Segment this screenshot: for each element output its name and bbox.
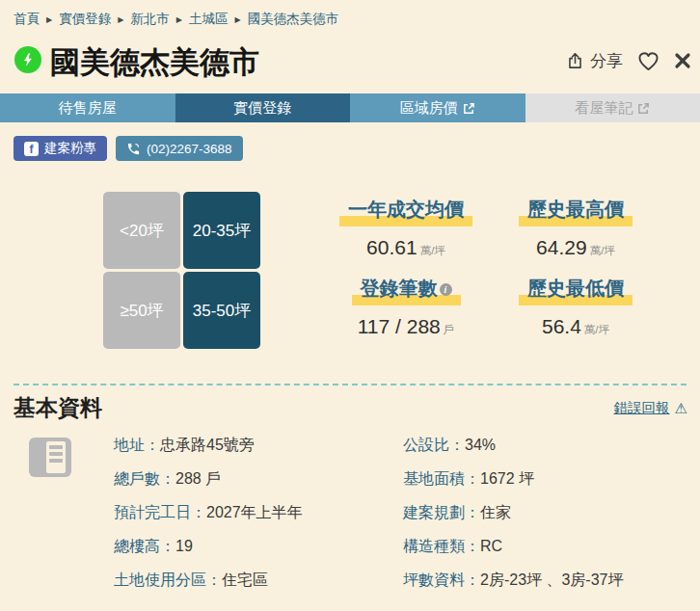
facebook-page-button[interactable]: f 建案粉專 xyxy=(13,136,107,161)
basic-info-right-column: 公設比：34% 基地面積：1672 坪 建案規劃：住家 構造種類：RC 坪數資料… xyxy=(403,432,624,600)
stat-unit: 萬/坪 xyxy=(590,245,615,256)
stat-unit: 萬/坪 xyxy=(584,324,609,335)
title-actions: 分享 xyxy=(566,48,691,73)
size-tile-over50[interactable]: ≥50坪 xyxy=(103,272,180,349)
close-button[interactable] xyxy=(674,52,691,69)
page-title: 國美德杰美德市 xyxy=(50,42,259,83)
stat-value: 117 / 288 xyxy=(358,315,441,337)
tab-price-registry[interactable]: 實價登錄 xyxy=(175,93,351,122)
field-total-floors: 總樓高：19 xyxy=(114,533,303,567)
stat-unit: 萬/坪 xyxy=(420,245,445,256)
stat-historical-low: 歷史最低價 56.4萬/坪 xyxy=(491,271,660,350)
share-label: 分享 xyxy=(590,50,623,72)
info-icon[interactable]: i xyxy=(440,283,452,296)
breadcrumb-link-city[interactable]: 新北市 xyxy=(130,11,170,28)
stat-value: 60.61 xyxy=(366,236,417,258)
stat-registered-count: 登錄筆數i 117 / 288戶 xyxy=(321,271,491,350)
size-range-grid: <20坪 20-35坪 ≥50坪 35-50坪 xyxy=(103,192,260,349)
tab-area-prices[interactable]: 區域房價 xyxy=(350,93,525,122)
field-address: 地址：忠承路45號旁 xyxy=(114,432,303,465)
heart-icon xyxy=(637,51,660,71)
external-link-icon xyxy=(463,102,475,115)
field-public-ratio: 公設比：34% xyxy=(403,432,624,465)
breadcrumb-arrow-icon: ▶ xyxy=(234,15,240,24)
lightning-icon xyxy=(14,46,41,73)
breadcrumb-current[interactable]: 國美德杰美德市 xyxy=(248,11,339,28)
stat-unit: 戶 xyxy=(444,324,455,335)
favorite-button[interactable] xyxy=(637,51,660,71)
price-stats: 一年成交均價 60.61萬/坪 歷史最高價 64.29萬/坪 登錄筆數i 117… xyxy=(321,192,660,350)
breadcrumb-arrow-icon: ▶ xyxy=(176,15,182,24)
stat-one-year-average: 一年成交均價 60.61萬/坪 xyxy=(321,192,491,271)
stat-historical-high: 歷史最高價 64.29萬/坪 xyxy=(491,192,660,271)
section-divider xyxy=(13,384,687,385)
field-project-plan: 建案規劃：住家 xyxy=(403,499,624,533)
field-completion-date: 預計完工日：2027年上半年 xyxy=(114,499,303,533)
share-icon xyxy=(566,51,584,70)
breadcrumb: 首頁 ▶ 實價登錄 ▶ 新北市 ▶ 土城區 ▶ 國美德杰美德市 xyxy=(13,11,338,28)
phone-button[interactable]: (02)2267-3688 xyxy=(116,136,243,161)
warning-icon: ⚠ xyxy=(675,400,687,417)
stat-value: 64.29 xyxy=(536,236,587,258)
share-button[interactable]: 分享 xyxy=(566,50,623,72)
breadcrumb-link-home[interactable]: 首頁 xyxy=(13,11,40,28)
field-structure-type: 構造種類：RC xyxy=(403,533,624,567)
field-unit-sizes: 坪數資料：2房-23坪 、3房-37坪 xyxy=(403,567,624,600)
basic-info-left-column: 地址：忠承路45號旁 總戶數：288 戶 預計完工日：2027年上半年 總樓高：… xyxy=(114,432,303,600)
breadcrumb-arrow-icon: ▶ xyxy=(118,15,123,24)
tab-bar: 待售房屋 實價登錄 區域房價 看屋筆記 xyxy=(0,93,700,122)
tab-for-sale[interactable]: 待售房屋 xyxy=(0,93,175,122)
field-site-area: 基地面積：1672 坪 xyxy=(403,465,624,499)
size-tile-20-35[interactable]: 20-35坪 xyxy=(183,192,260,269)
size-tile-35-50[interactable]: 35-50坪 xyxy=(183,272,260,349)
close-icon xyxy=(674,52,691,69)
property-detail-page: 首頁 ▶ 實價登錄 ▶ 新北市 ▶ 土城區 ▶ 國美德杰美德市 國美德杰美德市 … xyxy=(0,0,700,611)
basic-info-title: 基本資料 xyxy=(13,393,102,423)
breadcrumb-link-district[interactable]: 土城區 xyxy=(189,11,229,28)
building-info-icon xyxy=(29,438,71,477)
phone-icon xyxy=(126,142,141,156)
size-tile-under20[interactable]: <20坪 xyxy=(103,192,180,269)
breadcrumb-link-price-registry[interactable]: 實價登錄 xyxy=(59,11,111,28)
error-report-link[interactable]: 錯誤回報 ⚠ xyxy=(614,399,687,417)
field-total-units: 總戶數：288 戶 xyxy=(114,465,303,499)
facebook-icon: f xyxy=(24,142,39,156)
tab-viewing-notes[interactable]: 看屋筆記 xyxy=(525,93,700,122)
contact-buttons: f 建案粉專 (02)2267-3688 xyxy=(13,136,243,161)
stat-value: 56.4 xyxy=(542,315,581,337)
external-link-icon xyxy=(637,102,650,115)
field-zoning: 土地使用分區：住宅區 xyxy=(114,567,303,600)
breadcrumb-arrow-icon: ▶ xyxy=(46,15,52,24)
